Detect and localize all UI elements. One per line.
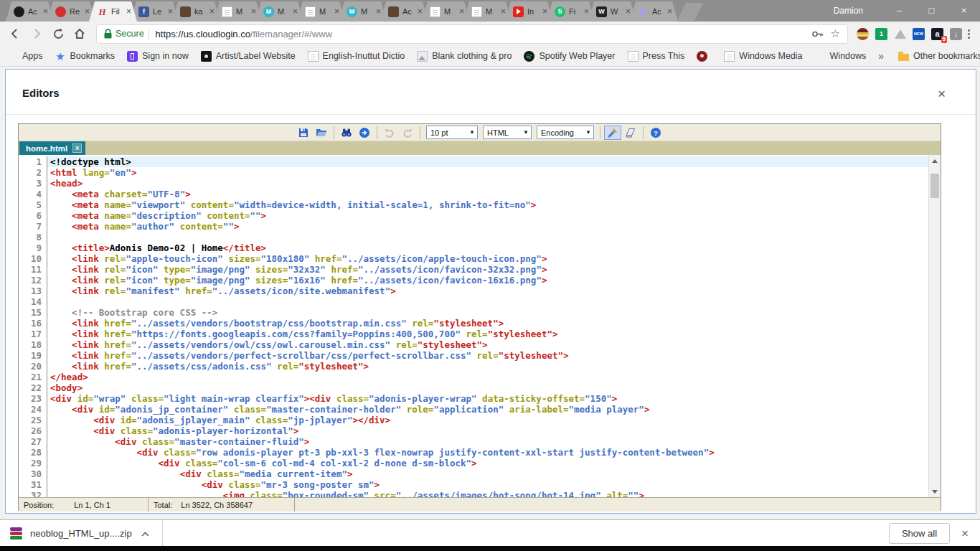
code-line[interactable]: 29 <div class="col-sm-6 col-md-4 col-xxl… — [19, 458, 928, 468]
maximize-icon[interactable]: □ — [915, 0, 948, 22]
tab-close-icon[interactable]: × — [667, 7, 672, 16]
scroll-down-icon[interactable] — [929, 486, 941, 497]
code-line[interactable]: 32 <img class="box-rounded-sm" src="../a… — [19, 490, 928, 497]
code-line[interactable]: 28 <div class="row adonis-player pt-3 pb… — [19, 447, 928, 458]
browser-tab[interactable]: M× — [297, 1, 345, 22]
browser-tab[interactable]: MM× — [255, 1, 303, 22]
browser-tab[interactable]: Ac× — [630, 1, 678, 22]
code-line[interactable]: 8 — [19, 232, 928, 242]
syntax-select[interactable]: HTML ▼ — [483, 126, 532, 139]
tab-close-icon[interactable]: × — [43, 7, 48, 16]
code-line[interactable]: 30 <div class="media current-item"> — [19, 468, 928, 479]
code-line[interactable]: 17 <link href="https://fonts.googleapis.… — [19, 329, 928, 339]
bookmark-item[interactable]: English-Inuttut Dictio — [308, 51, 405, 62]
code-line[interactable]: 4 <meta charset="UTF-8"> — [19, 189, 928, 199]
tab-close-icon[interactable]: × — [459, 7, 464, 16]
code-line[interactable]: 24 <div id="adonis_jp_container" class="… — [19, 404, 928, 415]
tab-close-icon[interactable]: × — [85, 7, 90, 16]
window-close-icon[interactable]: × — [948, 0, 980, 22]
bookmark-item[interactable] — [697, 51, 712, 62]
font-size-select[interactable]: 10 pt ▼ — [426, 126, 478, 139]
reload-icon[interactable] — [49, 24, 67, 43]
show-all-button[interactable]: Show all — [889, 523, 950, 544]
code-line[interactable]: 14 — [19, 296, 928, 307]
browser-tab[interactable]: WW× — [588, 1, 636, 22]
browser-tab[interactable]: M× — [463, 1, 512, 22]
editor-scrollbar[interactable] — [928, 155, 941, 497]
code-line[interactable]: 12 <link rel="icon" type="image/png" siz… — [19, 275, 928, 286]
browser-tab[interactable]: In× — [505, 1, 553, 22]
tab-close-icon[interactable]: × — [626, 7, 631, 16]
go-to-line-icon[interactable] — [356, 126, 373, 140]
profile-name[interactable]: Damion — [834, 6, 863, 16]
download-extension-icon[interactable]: ↓ — [950, 28, 962, 40]
scroll-up-icon[interactable] — [929, 155, 941, 166]
redo-icon[interactable] — [399, 126, 416, 140]
amazon-extension-icon[interactable]: a5 — [931, 28, 943, 40]
code-line[interactable]: 10 <link rel="apple-touch-icon" sizes="1… — [19, 253, 928, 264]
code-line[interactable]: 26 <div class="adonis-player-horizontal"… — [19, 425, 928, 436]
new-extension-icon[interactable]: NEW — [913, 28, 925, 40]
browser-tab[interactable]: fLe× — [131, 1, 179, 22]
tab-close-icon[interactable]: × — [293, 7, 298, 16]
browser-tab[interactable]: Ac× — [6, 1, 54, 22]
code-line[interactable]: 23<div id="wrap" class="light main-wrap … — [19, 393, 928, 404]
code-line[interactable]: 7 <meta name="author" content=""> — [19, 221, 928, 232]
undo-icon[interactable] — [381, 126, 398, 140]
find-icon[interactable] — [338, 126, 355, 140]
tab-close-icon[interactable]: × — [209, 7, 215, 16]
browser-tab[interactable]: MM× — [339, 1, 387, 22]
forward-icon[interactable] — [27, 24, 46, 43]
browser-menu-icon[interactable] — [968, 29, 970, 39]
tab-close-icon[interactable]: × — [584, 7, 589, 16]
tab-close-icon[interactable]: × — [126, 7, 131, 16]
code-line[interactable]: 22<body> — [19, 382, 928, 393]
other-bookmarks-button[interactable]: Other bookmarks — [898, 51, 980, 61]
tab-close-icon[interactable]: × — [418, 7, 423, 16]
encoding-select[interactable]: Encoding ▼ — [537, 126, 594, 139]
browser-tab[interactable]: fiFi× — [547, 1, 595, 22]
browser-tab[interactable]: M× — [422, 1, 470, 22]
open-file-icon[interactable] — [313, 126, 330, 140]
home-icon[interactable] — [70, 24, 89, 43]
code-line[interactable]: 15 <!-- Bootstrap core CSS --> — [19, 307, 928, 318]
code-line[interactable]: 9 <title>Adonis Demo-02 | Home</title> — [19, 242, 928, 253]
minimize-icon[interactable]: – — [883, 0, 915, 22]
bookmark-star-icon[interactable]: ☆ — [831, 27, 840, 40]
code-line[interactable]: 18 <link href="../assets/vendors/owl/css… — [19, 339, 928, 350]
bookmarks-overflow-icon[interactable]: » — [878, 50, 884, 62]
browser-tab[interactable]: Re× — [47, 1, 95, 22]
code-line[interactable]: 19 <link href="../assets/vendors/perfect… — [19, 350, 928, 361]
bookmark-item[interactable]: Blank clothing & pro — [417, 51, 512, 62]
code-line[interactable]: 21</head> — [19, 372, 928, 382]
bookmark-item[interactable]: Sign in now — [127, 51, 189, 62]
new-tab-button[interactable] — [677, 3, 703, 21]
tab-close-icon[interactable]: × — [501, 7, 506, 16]
tag-extension-icon[interactable]: 1 — [875, 28, 887, 40]
back-icon[interactable] — [6, 24, 24, 43]
bookmark-item[interactable]: Artist/Label Website — [201, 51, 296, 62]
file-tab-home-html[interactable]: home.html × — [19, 141, 85, 155]
tab-close-icon[interactable]: × — [376, 7, 381, 16]
file-tab-close-icon[interactable]: × — [72, 143, 82, 153]
bookmark-item[interactable]: ★Bookmarks — [55, 51, 116, 62]
code-line[interactable]: 5 <meta name="viewport" content="width=d… — [19, 199, 928, 210]
code-line[interactable]: 31 <div class="mr-3 song-poster sm"> — [19, 479, 928, 490]
code-area[interactable]: 1<!doctype html>2<html lang="en">3<head>… — [19, 155, 941, 497]
modal-close-icon[interactable]: × — [938, 87, 946, 100]
code-line[interactable]: 11 <link rel="icon" type="image/png" siz… — [19, 264, 928, 275]
code-line[interactable]: 25 <div id="adonis_jplayer_main" class="… — [19, 415, 928, 425]
key-icon[interactable] — [811, 28, 824, 40]
save-icon[interactable] — [295, 126, 312, 140]
clear-highlight-icon[interactable] — [622, 126, 639, 140]
browser-tab[interactable]: M× — [214, 1, 262, 22]
tab-close-icon[interactable]: × — [168, 7, 173, 16]
code-line[interactable]: 2<html lang="en"> — [19, 167, 928, 178]
tab-close-icon[interactable]: × — [251, 7, 256, 16]
download-caret-icon[interactable] — [141, 527, 149, 540]
bookmark-item[interactable]: Press This — [628, 51, 685, 62]
drive-extension-icon[interactable] — [894, 28, 906, 40]
help-icon[interactable]: ? — [647, 126, 664, 140]
bookmark-item[interactable]: Spotify Web Player — [524, 51, 615, 62]
scrollbar-thumb[interactable] — [930, 174, 939, 198]
